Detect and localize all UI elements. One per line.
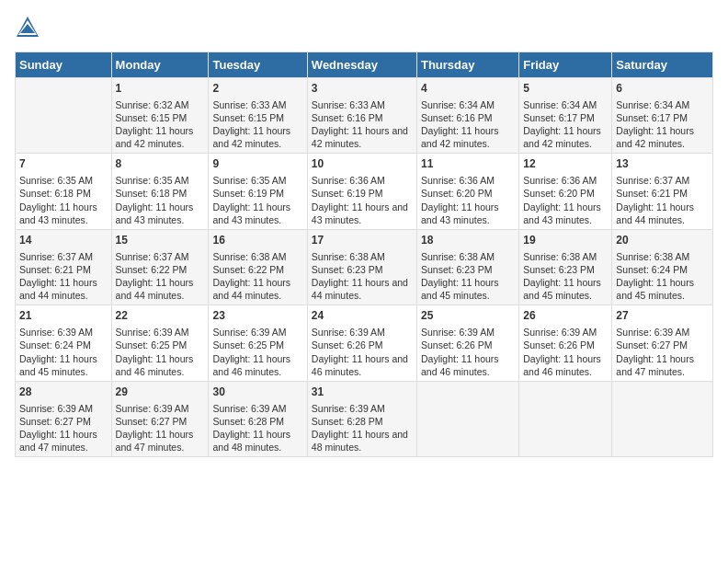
cell-info: Sunrise: 6:38 AMSunset: 6:23 PMDaylight:… bbox=[421, 250, 515, 303]
day-header-sunday: Sunday bbox=[16, 52, 112, 78]
calendar-cell: 29Sunrise: 6:39 AMSunset: 6:27 PMDayligh… bbox=[111, 381, 209, 456]
cell-info: Sunrise: 6:38 AMSunset: 6:23 PMDaylight:… bbox=[523, 250, 608, 303]
day-number: 1 bbox=[116, 81, 205, 97]
calendar-cell: 28Sunrise: 6:39 AMSunset: 6:27 PMDayligh… bbox=[16, 381, 112, 456]
day-number: 11 bbox=[421, 156, 515, 172]
cell-info: Sunrise: 6:38 AMSunset: 6:22 PMDaylight:… bbox=[212, 250, 302, 303]
calendar-cell: 14Sunrise: 6:37 AMSunset: 6:21 PMDayligh… bbox=[16, 229, 112, 304]
day-number: 15 bbox=[116, 233, 205, 248]
day-number: 20 bbox=[616, 233, 709, 248]
calendar-cell: 26Sunrise: 6:39 AMSunset: 6:26 PMDayligh… bbox=[519, 305, 612, 381]
day-number: 22 bbox=[116, 308, 205, 324]
calendar-cell bbox=[612, 381, 713, 456]
cell-info: Sunrise: 6:39 AMSunset: 6:25 PMDaylight:… bbox=[116, 326, 205, 378]
cell-info: Sunrise: 6:39 AMSunset: 6:28 PMDaylight:… bbox=[312, 402, 413, 454]
day-header-thursday: Thursday bbox=[416, 52, 518, 78]
day-number: 12 bbox=[523, 156, 608, 172]
day-number: 3 bbox=[312, 81, 413, 97]
day-number: 6 bbox=[616, 81, 709, 97]
calendar-cell: 9Sunrise: 6:35 AMSunset: 6:19 PMDaylight… bbox=[209, 154, 307, 229]
cell-info: Sunrise: 6:34 AMSunset: 6:16 PMDaylight:… bbox=[421, 98, 515, 151]
day-number: 4 bbox=[421, 81, 515, 97]
calendar-cell: 15Sunrise: 6:37 AMSunset: 6:22 PMDayligh… bbox=[111, 229, 209, 304]
page-container: SundayMondayTuesdayWednesdayThursdayFrid… bbox=[0, 0, 728, 465]
calendar-cell: 21Sunrise: 6:39 AMSunset: 6:24 PMDayligh… bbox=[16, 305, 112, 381]
cell-info: Sunrise: 6:37 AMSunset: 6:21 PMDaylight:… bbox=[616, 174, 709, 226]
day-header-wednesday: Wednesday bbox=[307, 52, 416, 78]
calendar-cell: 11Sunrise: 6:36 AMSunset: 6:20 PMDayligh… bbox=[416, 154, 518, 229]
calendar-cell: 17Sunrise: 6:38 AMSunset: 6:23 PMDayligh… bbox=[307, 229, 416, 304]
cell-info: Sunrise: 6:36 AMSunset: 6:20 PMDaylight:… bbox=[421, 174, 515, 226]
calendar-cell: 25Sunrise: 6:39 AMSunset: 6:26 PMDayligh… bbox=[416, 305, 518, 381]
cell-info: Sunrise: 6:39 AMSunset: 6:27 PMDaylight:… bbox=[116, 402, 205, 454]
calendar-cell: 20Sunrise: 6:38 AMSunset: 6:24 PMDayligh… bbox=[612, 229, 713, 304]
day-number: 8 bbox=[116, 156, 205, 172]
calendar-cell: 7Sunrise: 6:35 AMSunset: 6:18 PMDaylight… bbox=[16, 154, 112, 229]
day-number: 13 bbox=[616, 156, 709, 172]
day-number: 18 bbox=[421, 233, 515, 248]
calendar-cell: 10Sunrise: 6:36 AMSunset: 6:19 PMDayligh… bbox=[307, 154, 416, 229]
day-header-friday: Friday bbox=[519, 52, 612, 78]
day-header-tuesday: Tuesday bbox=[209, 52, 307, 78]
calendar-cell: 24Sunrise: 6:39 AMSunset: 6:26 PMDayligh… bbox=[307, 305, 416, 381]
day-header-saturday: Saturday bbox=[612, 52, 713, 78]
cell-info: Sunrise: 6:33 AMSunset: 6:16 PMDaylight:… bbox=[312, 98, 413, 151]
cell-info: Sunrise: 6:34 AMSunset: 6:17 PMDaylight:… bbox=[523, 98, 608, 151]
cell-info: Sunrise: 6:39 AMSunset: 6:28 PMDaylight:… bbox=[212, 402, 302, 454]
day-number: 28 bbox=[19, 385, 108, 400]
cell-info: Sunrise: 6:38 AMSunset: 6:23 PMDaylight:… bbox=[312, 250, 413, 303]
day-number: 25 bbox=[421, 308, 515, 324]
day-number: 2 bbox=[212, 81, 302, 97]
cell-info: Sunrise: 6:32 AMSunset: 6:15 PMDaylight:… bbox=[116, 98, 205, 151]
calendar-cell: 22Sunrise: 6:39 AMSunset: 6:25 PMDayligh… bbox=[111, 305, 209, 381]
cell-info: Sunrise: 6:35 AMSunset: 6:18 PMDaylight:… bbox=[19, 174, 108, 226]
calendar-cell: 31Sunrise: 6:39 AMSunset: 6:28 PMDayligh… bbox=[307, 381, 416, 456]
day-number: 16 bbox=[212, 233, 302, 248]
calendar-cell: 2Sunrise: 6:33 AMSunset: 6:15 PMDaylight… bbox=[209, 78, 307, 154]
cell-info: Sunrise: 6:35 AMSunset: 6:18 PMDaylight:… bbox=[116, 174, 205, 226]
cell-info: Sunrise: 6:39 AMSunset: 6:26 PMDaylight:… bbox=[523, 326, 608, 378]
day-number: 7 bbox=[19, 156, 108, 172]
calendar-cell: 6Sunrise: 6:34 AMSunset: 6:17 PMDaylight… bbox=[612, 78, 713, 154]
day-number: 30 bbox=[212, 385, 302, 400]
day-number: 29 bbox=[116, 385, 205, 400]
calendar-cell: 30Sunrise: 6:39 AMSunset: 6:28 PMDayligh… bbox=[209, 381, 307, 456]
calendar-cell bbox=[519, 381, 612, 456]
cell-info: Sunrise: 6:39 AMSunset: 6:27 PMDaylight:… bbox=[616, 326, 709, 378]
day-number: 19 bbox=[523, 233, 608, 248]
cell-info: Sunrise: 6:35 AMSunset: 6:19 PMDaylight:… bbox=[212, 174, 302, 226]
calendar-cell: 23Sunrise: 6:39 AMSunset: 6:25 PMDayligh… bbox=[209, 305, 307, 381]
day-number: 27 bbox=[616, 308, 709, 324]
week-row-0: 1Sunrise: 6:32 AMSunset: 6:15 PMDaylight… bbox=[16, 78, 713, 154]
calendar-cell: 4Sunrise: 6:34 AMSunset: 6:16 PMDaylight… bbox=[416, 78, 518, 154]
cell-info: Sunrise: 6:39 AMSunset: 6:24 PMDaylight:… bbox=[19, 326, 108, 378]
week-row-1: 7Sunrise: 6:35 AMSunset: 6:18 PMDaylight… bbox=[16, 154, 713, 229]
cell-info: Sunrise: 6:39 AMSunset: 6:26 PMDaylight:… bbox=[421, 326, 515, 378]
day-number: 26 bbox=[523, 308, 608, 324]
day-number: 23 bbox=[212, 308, 302, 324]
calendar-cell: 18Sunrise: 6:38 AMSunset: 6:23 PMDayligh… bbox=[416, 229, 518, 304]
calendar-cell: 27Sunrise: 6:39 AMSunset: 6:27 PMDayligh… bbox=[612, 305, 713, 381]
calendar-cell: 19Sunrise: 6:38 AMSunset: 6:23 PMDayligh… bbox=[519, 229, 612, 304]
calendar-cell bbox=[16, 78, 112, 154]
calendar-cell: 8Sunrise: 6:35 AMSunset: 6:18 PMDaylight… bbox=[111, 154, 209, 229]
cell-info: Sunrise: 6:39 AMSunset: 6:25 PMDaylight:… bbox=[212, 326, 302, 378]
calendar-cell: 12Sunrise: 6:36 AMSunset: 6:20 PMDayligh… bbox=[519, 154, 612, 229]
calendar-cell bbox=[416, 381, 518, 456]
cell-info: Sunrise: 6:33 AMSunset: 6:15 PMDaylight:… bbox=[212, 98, 302, 151]
day-header-monday: Monday bbox=[111, 52, 209, 78]
week-row-4: 28Sunrise: 6:39 AMSunset: 6:27 PMDayligh… bbox=[16, 381, 713, 456]
cell-info: Sunrise: 6:37 AMSunset: 6:22 PMDaylight:… bbox=[116, 250, 205, 303]
cell-info: Sunrise: 6:34 AMSunset: 6:17 PMDaylight:… bbox=[616, 98, 709, 151]
cell-info: Sunrise: 6:37 AMSunset: 6:21 PMDaylight:… bbox=[19, 250, 108, 303]
day-number: 21 bbox=[19, 308, 108, 324]
cell-info: Sunrise: 6:36 AMSunset: 6:20 PMDaylight:… bbox=[523, 174, 608, 226]
calendar-table: SundayMondayTuesdayWednesdayThursdayFrid… bbox=[15, 52, 713, 457]
day-number: 9 bbox=[212, 156, 302, 172]
cell-info: Sunrise: 6:36 AMSunset: 6:19 PMDaylight:… bbox=[312, 174, 413, 226]
day-number: 10 bbox=[312, 156, 413, 172]
cell-info: Sunrise: 6:39 AMSunset: 6:26 PMDaylight:… bbox=[312, 326, 413, 378]
header bbox=[15, 15, 713, 40]
cell-info: Sunrise: 6:38 AMSunset: 6:24 PMDaylight:… bbox=[616, 250, 709, 303]
day-number: 24 bbox=[312, 308, 413, 324]
